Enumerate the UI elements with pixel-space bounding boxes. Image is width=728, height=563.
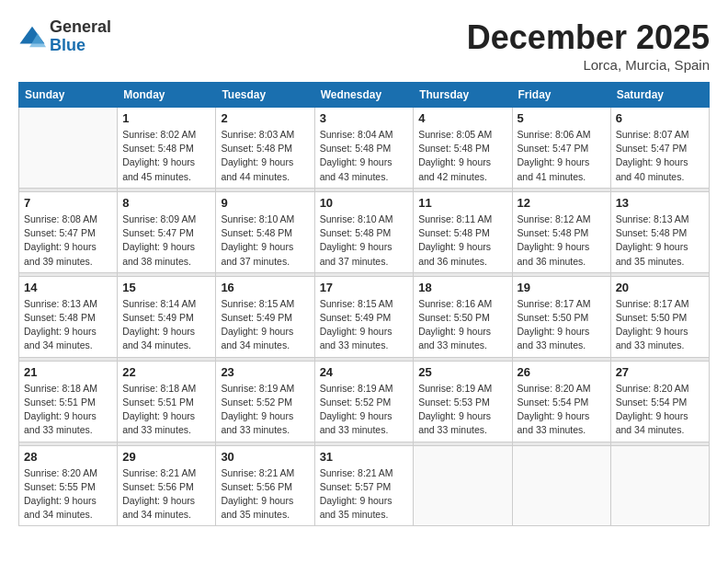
day-number: 7 (24, 196, 112, 210)
day-number: 20 (616, 281, 704, 294)
calendar-day-cell: 17Sunrise: 8:15 AMSunset: 5:49 PMDayligh… (314, 276, 414, 357)
day-info: Sunrise: 8:07 AMSunset: 5:47 PMDaylight:… (616, 128, 704, 184)
day-number: 31 (320, 450, 409, 464)
day-info: Sunrise: 8:19 AMSunset: 5:52 PMDaylight:… (320, 382, 409, 438)
calendar-day-cell: 10Sunrise: 8:10 AMSunset: 5:48 PMDayligh… (314, 191, 414, 272)
calendar-day-cell: 22Sunrise: 8:18 AMSunset: 5:51 PMDayligh… (118, 361, 216, 442)
title-block: December 2025 Lorca, Murcia, Spain (467, 18, 710, 73)
day-info: Sunrise: 8:10 AMSunset: 5:48 PMDaylight:… (221, 213, 309, 269)
day-info: Sunrise: 8:21 AMSunset: 5:56 PMDaylight:… (122, 466, 210, 523)
calendar-day-cell: 9Sunrise: 8:10 AMSunset: 5:48 PMDaylight… (216, 191, 314, 272)
calendar-day-cell: 3Sunrise: 8:04 AMSunset: 5:48 PMDaylight… (314, 108, 414, 189)
logo-text: General Blue (50, 18, 111, 55)
day-number: 19 (518, 281, 606, 294)
calendar-day-cell: 26Sunrise: 8:20 AMSunset: 5:54 PMDayligh… (512, 361, 610, 442)
calendar-day-cell (512, 445, 610, 526)
day-number: 26 (518, 365, 606, 379)
month-title: December 2025 (467, 18, 710, 57)
day-info: Sunrise: 8:15 AMSunset: 5:49 PMDaylight:… (320, 297, 409, 353)
calendar-day-cell: 7Sunrise: 8:08 AMSunset: 5:47 PMDaylight… (19, 191, 118, 272)
day-info: Sunrise: 8:15 AMSunset: 5:49 PMDaylight:… (221, 297, 309, 353)
day-number: 25 (418, 365, 506, 379)
calendar-day-cell (610, 445, 709, 526)
weekday-header-wednesday: Wednesday (314, 83, 414, 108)
calendar-week-row: 7Sunrise: 8:08 AMSunset: 5:47 PMDaylight… (19, 191, 710, 272)
calendar-day-cell: 29Sunrise: 8:21 AMSunset: 5:56 PMDayligh… (118, 445, 216, 526)
calendar-day-cell: 14Sunrise: 8:13 AMSunset: 5:48 PMDayligh… (19, 276, 118, 357)
calendar-day-cell (414, 445, 512, 526)
calendar-day-cell: 2Sunrise: 8:03 AMSunset: 5:48 PMDaylight… (216, 108, 314, 189)
calendar-day-cell: 11Sunrise: 8:11 AMSunset: 5:48 PMDayligh… (414, 191, 512, 272)
day-info: Sunrise: 8:19 AMSunset: 5:52 PMDaylight:… (221, 382, 309, 438)
day-number: 21 (24, 365, 112, 379)
calendar-week-row: 1Sunrise: 8:02 AMSunset: 5:48 PMDaylight… (19, 108, 710, 189)
day-info: Sunrise: 8:04 AMSunset: 5:48 PMDaylight:… (320, 128, 409, 184)
day-info: Sunrise: 8:02 AMSunset: 5:48 PMDaylight:… (122, 128, 210, 184)
day-number: 5 (518, 111, 606, 125)
calendar-day-cell: 8Sunrise: 8:09 AMSunset: 5:47 PMDaylight… (118, 191, 216, 272)
calendar-day-cell: 19Sunrise: 8:17 AMSunset: 5:50 PMDayligh… (512, 276, 610, 357)
calendar-week-row: 21Sunrise: 8:18 AMSunset: 5:51 PMDayligh… (19, 361, 710, 442)
calendar-day-cell: 12Sunrise: 8:12 AMSunset: 5:48 PMDayligh… (512, 191, 610, 272)
weekday-header-sunday: Sunday (19, 83, 118, 108)
logo-icon (18, 23, 46, 51)
day-info: Sunrise: 8:08 AMSunset: 5:47 PMDaylight:… (24, 213, 112, 269)
day-number: 27 (616, 365, 704, 379)
day-info: Sunrise: 8:14 AMSunset: 5:49 PMDaylight:… (122, 297, 210, 353)
calendar-day-cell: 27Sunrise: 8:20 AMSunset: 5:54 PMDayligh… (610, 361, 709, 442)
weekday-header-tuesday: Tuesday (216, 83, 314, 108)
day-number: 10 (320, 196, 409, 210)
day-info: Sunrise: 8:03 AMSunset: 5:48 PMDaylight:… (221, 128, 309, 184)
day-info: Sunrise: 8:20 AMSunset: 5:54 PMDaylight:… (616, 382, 704, 438)
calendar-day-cell: 4Sunrise: 8:05 AMSunset: 5:48 PMDaylight… (414, 108, 512, 189)
day-info: Sunrise: 8:09 AMSunset: 5:47 PMDaylight:… (122, 213, 210, 269)
calendar-day-cell: 20Sunrise: 8:17 AMSunset: 5:50 PMDayligh… (610, 276, 709, 357)
page-header: General Blue December 2025 Lorca, Murcia… (18, 18, 710, 73)
calendar-week-row: 28Sunrise: 8:20 AMSunset: 5:55 PMDayligh… (19, 445, 710, 526)
logo-general: General (50, 18, 111, 37)
day-info: Sunrise: 8:10 AMSunset: 5:48 PMDaylight:… (320, 213, 409, 269)
weekday-header-row: SundayMondayTuesdayWednesdayThursdayFrid… (19, 83, 710, 108)
day-number: 9 (221, 196, 309, 210)
day-number: 12 (518, 196, 606, 210)
day-number: 1 (122, 111, 210, 125)
day-info: Sunrise: 8:21 AMSunset: 5:57 PMDaylight:… (320, 466, 409, 523)
day-number: 30 (221, 450, 309, 464)
weekday-header-thursday: Thursday (414, 83, 512, 108)
day-number: 24 (320, 365, 409, 379)
calendar-day-cell: 28Sunrise: 8:20 AMSunset: 5:55 PMDayligh… (19, 445, 118, 526)
day-number: 14 (24, 281, 112, 294)
day-number: 16 (221, 281, 309, 294)
calendar-day-cell: 25Sunrise: 8:19 AMSunset: 5:53 PMDayligh… (414, 361, 512, 442)
day-info: Sunrise: 8:12 AMSunset: 5:48 PMDaylight:… (518, 213, 606, 269)
calendar-day-cell: 30Sunrise: 8:21 AMSunset: 5:56 PMDayligh… (216, 445, 314, 526)
location: Lorca, Murcia, Spain (467, 57, 710, 73)
day-info: Sunrise: 8:18 AMSunset: 5:51 PMDaylight:… (122, 382, 210, 438)
day-info: Sunrise: 8:13 AMSunset: 5:48 PMDaylight:… (616, 213, 704, 269)
day-number: 15 (122, 281, 210, 294)
calendar-week-row: 14Sunrise: 8:13 AMSunset: 5:48 PMDayligh… (19, 276, 710, 357)
calendar-day-cell: 5Sunrise: 8:06 AMSunset: 5:47 PMDaylight… (512, 108, 610, 189)
calendar-day-cell: 21Sunrise: 8:18 AMSunset: 5:51 PMDayligh… (19, 361, 118, 442)
day-number: 18 (418, 281, 506, 294)
day-info: Sunrise: 8:21 AMSunset: 5:56 PMDaylight:… (221, 466, 309, 523)
day-number: 29 (122, 450, 210, 464)
day-number: 13 (616, 196, 704, 210)
day-info: Sunrise: 8:17 AMSunset: 5:50 PMDaylight:… (518, 297, 606, 353)
calendar-day-cell (19, 108, 118, 189)
weekday-header-friday: Friday (512, 83, 610, 108)
day-number: 3 (320, 111, 409, 125)
calendar-day-cell: 16Sunrise: 8:15 AMSunset: 5:49 PMDayligh… (216, 276, 314, 357)
day-info: Sunrise: 8:06 AMSunset: 5:47 PMDaylight:… (518, 128, 606, 184)
day-number: 2 (221, 111, 309, 125)
day-number: 8 (122, 196, 210, 210)
weekday-header-monday: Monday (118, 83, 216, 108)
weekday-header-saturday: Saturday (610, 83, 709, 108)
calendar-day-cell: 23Sunrise: 8:19 AMSunset: 5:52 PMDayligh… (216, 361, 314, 442)
day-number: 28 (24, 450, 112, 464)
day-info: Sunrise: 8:11 AMSunset: 5:48 PMDaylight:… (418, 213, 506, 269)
day-info: Sunrise: 8:05 AMSunset: 5:48 PMDaylight:… (418, 128, 506, 184)
calendar-day-cell: 15Sunrise: 8:14 AMSunset: 5:49 PMDayligh… (118, 276, 216, 357)
day-info: Sunrise: 8:18 AMSunset: 5:51 PMDaylight:… (24, 382, 112, 438)
day-info: Sunrise: 8:16 AMSunset: 5:50 PMDaylight:… (418, 297, 506, 353)
